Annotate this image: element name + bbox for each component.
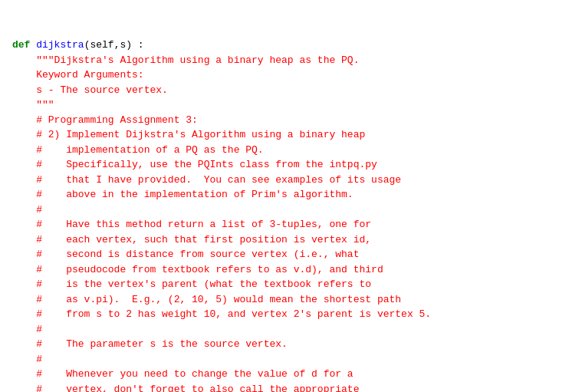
code-token: # above in the implementation of Prim's … [12,189,354,200]
code-line: # from s to 2 has weight 10, and vertex … [12,307,557,322]
code-token: def [12,39,36,51]
code-line: # vertex, don't forget to also call the … [12,382,557,393]
code-token: # Programming Assignment 3: [12,114,198,126]
code-token: # implementation of a PQ as the PQ. [12,144,264,156]
code-token: # as v.pi). E.g., (2, 10, 5) would mean … [12,294,401,305]
code-line: # each vertex, such that first position … [12,232,557,248]
code-token: # from s to 2 has weight 10, and vertex … [12,308,431,320]
code-token: # is the vertex's parent (what the textb… [12,278,371,290]
code-token: # Specifically, use the PQInts class fro… [12,159,377,170]
code-token: # Have this method return a list of 3-tu… [12,219,371,230]
code-line: Keyword Arguments: [12,68,557,83]
code-token: # [12,324,42,335]
code-token: Keyword Arguments: [12,69,144,81]
code-token: (self,s) : [84,39,144,51]
code-token: """Dijkstra's Algorithm using a binary h… [12,54,359,66]
code-token: # 2) Implement Dijkstra's Algorithm usin… [12,129,365,140]
code-token: # pseudocode from textbook refers to as … [12,264,383,275]
code-token: # vertex, don't forget to also call the … [12,384,359,393]
code-line: def dijkstra(self,s) : [12,38,557,53]
code-token: # [12,354,42,365]
code-token: # second is distance from source vertex … [12,249,359,260]
code-token: # that I have provided. You can see exam… [12,174,401,186]
code-token: s - The source vertex. [12,84,168,96]
code-token: # The parameter s is the source vertex. [12,338,288,350]
code-line: """ [12,97,557,113]
code-line: # second is distance from source vertex … [12,247,557,262]
code-line: # 2) Implement Dijkstra's Algorithm usin… [12,127,557,143]
code-line: # Programming Assignment 3: [12,113,557,128]
code-line: # as v.pi). E.g., (2, 10, 5) would mean … [12,292,557,308]
code-token: # each vertex, such that first position … [12,234,371,245]
code-line: # [12,203,557,218]
code-line: """Dijkstra's Algorithm using a binary h… [12,53,557,68]
code-token: # [12,204,42,216]
code-line: # Have this method return a list of 3-tu… [12,217,557,232]
code-line: # that I have provided. You can see exam… [12,173,557,188]
code-line: # above in the implementation of Prim's … [12,187,557,203]
code-line: # [12,322,557,338]
code-editor: def dijkstra(self,s) : """Dijkstra's Alg… [12,8,557,392]
code-line: # pseudocode from textbook refers to as … [12,262,557,278]
code-token: # Whenever you need to change the value … [12,368,354,380]
code-line: # Whenever you need to change the value … [12,367,557,382]
code-token: dijkstra [36,39,84,51]
code-line: # [12,352,557,367]
code-line: s - The source vertex. [12,83,557,98]
code-token: """ [12,99,54,110]
code-line: # implementation of a PQ as the PQ. [12,143,557,158]
code-line: # Specifically, use the PQInts class fro… [12,157,557,173]
code-line: # The parameter s is the source vertex. [12,337,557,352]
code-line: # is the vertex's parent (what the textb… [12,277,557,292]
